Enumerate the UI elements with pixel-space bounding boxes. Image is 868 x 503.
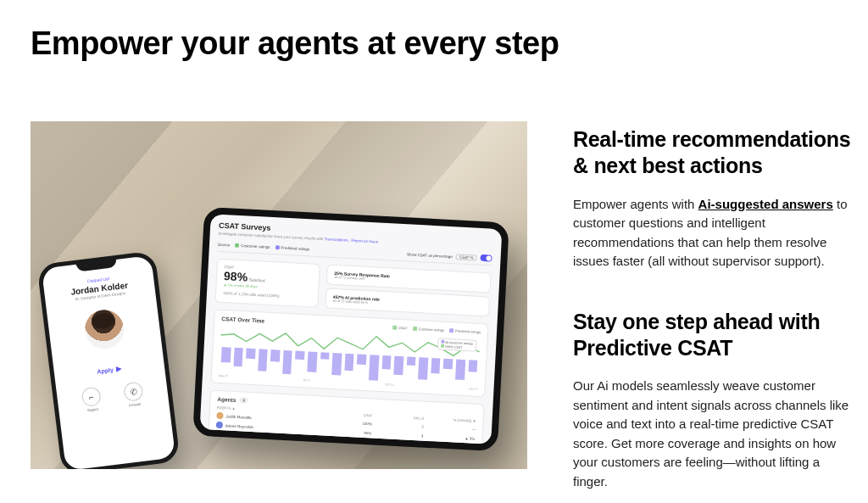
axis-tick: Sep 27: [219, 374, 228, 378]
tablet-mock: CSAT Surveys Investigate customer satisf…: [192, 207, 509, 451]
section-heading-recommendations: Real-time recommendations & next best ac…: [573, 126, 851, 180]
legend-pred: Predicted ratings: [455, 328, 481, 334]
toggle-label: Show CSAT as percentage: [407, 252, 453, 259]
chip-predicted-ratings: Predicted ratings: [275, 245, 309, 251]
chart-tooltip: 48 customer ratings 100% CSAT: [437, 338, 476, 351]
agent-calls: 2: [372, 422, 424, 428]
phone-notch: [75, 259, 117, 272]
play-icon: [115, 366, 122, 372]
agents-table: Agents5 AGENTS ▲ CSAT CALLS % CHANGE ▼ J…: [208, 389, 484, 448]
legend-cust: Customer ratings: [419, 327, 445, 333]
avatar: [82, 308, 125, 351]
legend-dot-icon: [449, 328, 453, 333]
source-label: Source: [218, 242, 231, 247]
legend-dot-icon: [392, 326, 397, 330]
transcriptions-link: Transcriptions: [324, 237, 348, 242]
agent-name: Arlene Reynolds: [225, 423, 253, 429]
chip-predicted-label: Predicted ratings: [281, 245, 309, 251]
phone-reject-button: ⌐ Reject: [81, 387, 102, 413]
agents-count: 5: [239, 397, 248, 404]
csat-coverage: 100% of 1,234 calls rated (100%): [223, 291, 311, 299]
section-body-pre: Empower agents with: [573, 197, 698, 211]
agent-csat: 95%: [320, 428, 371, 435]
agent-name: Judith Marcella: [225, 414, 251, 420]
phone-answer-icon: ✆: [123, 381, 144, 402]
tooltip-dot-icon: [441, 340, 444, 344]
phone-apply-label: Apply: [97, 366, 114, 374]
chart-legend: CSAT Customer ratings Predicted ratings: [392, 326, 481, 334]
axis-tick: Oct 11: [385, 383, 394, 387]
hero-devices-image: Dialpad call Jordan Kolder Sr. Designer …: [31, 121, 527, 469]
phone-reject-label: Reject: [87, 407, 98, 413]
dot-icon: [235, 243, 239, 247]
section-heading-predictive-csat: Stay one step ahead with Predictive CSAT: [573, 309, 851, 362]
phone-apply-button: Apply: [97, 366, 122, 375]
axis-tick: Oct 17: [469, 387, 478, 391]
ai-suggested-answers-link[interactable]: Ai-suggested answers: [698, 197, 833, 211]
agent-change: —: [424, 424, 476, 431]
tooltip-line2: 100% CSAT: [445, 345, 463, 349]
agent-change: ▲ 3%: [423, 433, 475, 440]
toggle-switch-icon: [480, 254, 492, 262]
legend-csat: CSAT: [398, 326, 408, 331]
agent-csat: 100%: [320, 419, 372, 426]
legend-dot-icon: [413, 327, 417, 331]
csat-status: Satisfied: [248, 277, 264, 283]
tooltip-dot-icon: [441, 344, 444, 348]
agents-title: Agents: [217, 396, 236, 403]
toggle-state: CSAT %: [456, 254, 477, 260]
section-body-predictive-csat: Our Ai models seamlessly weave customer …: [573, 377, 851, 491]
col-calls: CALLS: [372, 413, 424, 420]
agent-calls: 3: [371, 431, 423, 438]
ai-prediction-card: 457% AI prediction rate 62 of 72 calls r…: [325, 288, 490, 316]
chart-title: CSAT Over Time: [221, 316, 264, 324]
csat-value: 98%: [224, 269, 248, 283]
avatar: [216, 412, 223, 419]
chip-customer-label: Customer ratings: [241, 243, 270, 249]
dot-icon: [275, 245, 279, 249]
col-change: % CHANGE ▼: [424, 416, 476, 423]
csat-card: CSAT 98% Satisfied ▲ 1% vs prev 30 days …: [214, 259, 320, 308]
phone-answer-label: Answer: [128, 402, 142, 408]
phone-hangup-icon: ⌐: [81, 387, 102, 408]
avatar: [216, 422, 223, 428]
csat-over-time-chart: CSAT Over Time CSAT Customer ratings Pre…: [210, 310, 488, 398]
section-body-recommendations: Empower agents with Ai-suggested answers…: [573, 195, 851, 271]
phone-answer-button: ✆ Answer: [123, 381, 144, 407]
phone-mock: Dialpad call Jordan Kolder Sr. Designer …: [36, 250, 180, 469]
csat-percent-toggle: Show CSAT as percentage CSAT %: [407, 250, 492, 261]
page-heading: Empower your agents at every step: [31, 25, 851, 62]
report-issue-link: Report an Issue: [351, 238, 378, 244]
col-csat: CSAT: [320, 411, 372, 417]
chip-customer-ratings: Customer ratings: [235, 243, 270, 249]
axis-tick: Oct 4: [303, 378, 310, 382]
